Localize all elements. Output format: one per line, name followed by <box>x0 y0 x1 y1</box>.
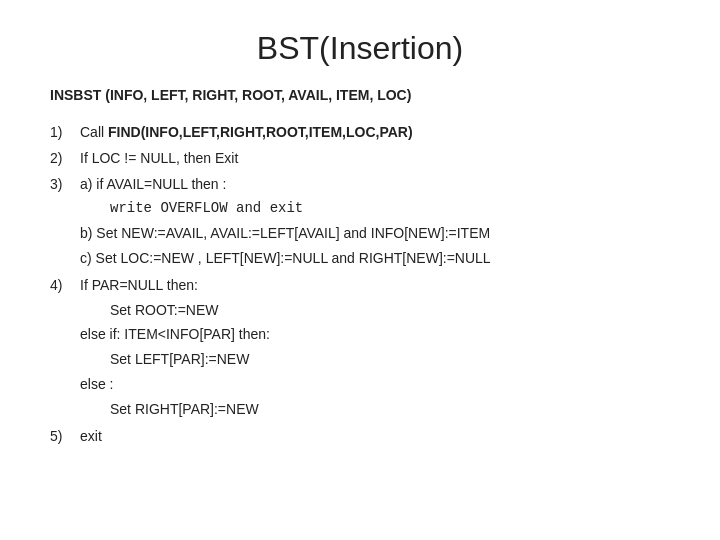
step1-bold: FIND(INFO,LEFT,RIGHT,ROOT,ITEM,LOC,PAR) <box>108 124 413 140</box>
step4-line-2: Set ROOT:=NEW <box>80 299 670 323</box>
step-num-4: 4) <box>50 274 80 423</box>
step-3: 3) a) if AVAIL=NULL then : write OVERFLO… <box>50 173 670 272</box>
step3-line-c: c) Set LOC:=NEW , LEFT[NEW]:=NULL and RI… <box>80 247 670 271</box>
step4-line-6: Set RIGHT[PAR]:=NEW <box>80 398 670 422</box>
step-1: 1) Call FIND(INFO,LEFT,RIGHT,ROOT,ITEM,L… <box>50 121 670 145</box>
step-2: 2) If LOC != NULL, then Exit <box>50 147 670 171</box>
step3-line-overflow: write OVERFLOW and exit <box>80 197 670 221</box>
page: BST(Insertion) INSBST (INFO, LEFT, RIGHT… <box>0 0 720 540</box>
step-content-1: Call FIND(INFO,LEFT,RIGHT,ROOT,ITEM,LOC,… <box>80 121 670 145</box>
step-num-5: 5) <box>50 425 80 449</box>
step-content-3: a) if AVAIL=NULL then : write OVERFLOW a… <box>80 173 670 272</box>
step-num-3: 3) <box>50 173 80 272</box>
step-5: 5) exit <box>50 425 670 449</box>
algorithm-body: 1) Call FIND(INFO,LEFT,RIGHT,ROOT,ITEM,L… <box>50 121 670 448</box>
step4-line-5: else : <box>80 373 670 397</box>
step3-line-a: a) if AVAIL=NULL then : <box>80 173 670 197</box>
step-content-4: If PAR=NULL then: Set ROOT:=NEW else if:… <box>80 274 670 423</box>
step-num-1: 1) <box>50 121 80 145</box>
step4-line-3: else if: ITEM<INFO[PAR] then: <box>80 323 670 347</box>
subtitle: INSBST (INFO, LEFT, RIGHT, ROOT, AVAIL, … <box>50 87 670 103</box>
step-4: 4) If PAR=NULL then: Set ROOT:=NEW else … <box>50 274 670 423</box>
page-title: BST(Insertion) <box>50 30 670 67</box>
step4-line-4: Set LEFT[PAR]:=NEW <box>80 348 670 372</box>
step-content-5: exit <box>80 425 670 449</box>
step-num-2: 2) <box>50 147 80 171</box>
step4-line-1: If PAR=NULL then: <box>80 274 670 298</box>
step3-line-b: b) Set NEW:=AVAIL, AVAIL:=LEFT[AVAIL] an… <box>80 222 670 246</box>
step-content-2: If LOC != NULL, then Exit <box>80 147 670 171</box>
